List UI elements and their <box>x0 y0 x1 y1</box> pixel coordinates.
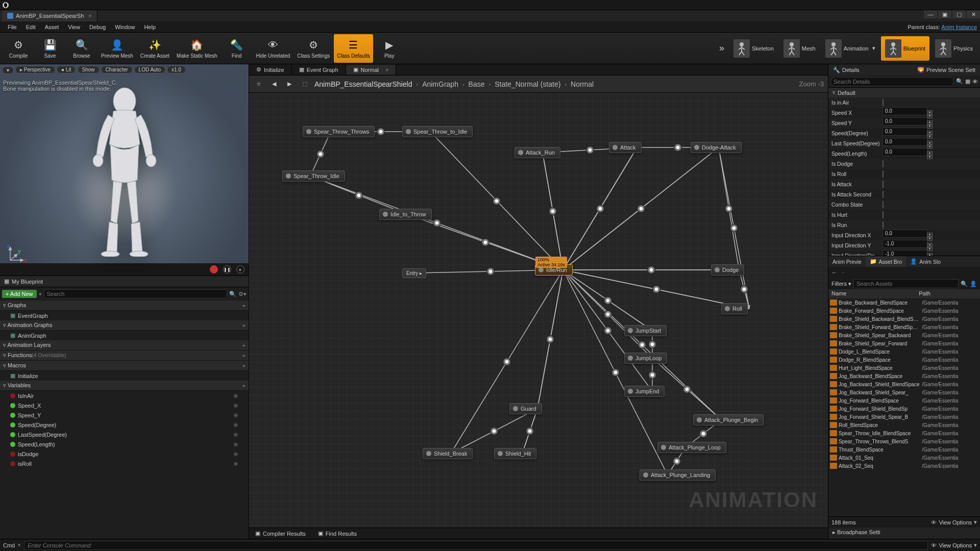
add-icon[interactable]: + <box>242 342 246 348</box>
transition-rule-icon[interactable] <box>355 191 363 199</box>
spin-up-icon[interactable]: ▴ <box>927 141 933 145</box>
transition-rule-icon[interactable] <box>699 430 707 438</box>
visibility-icon[interactable]: ◉ <box>233 421 238 428</box>
asset-search[interactable] <box>853 279 959 288</box>
menu-asset[interactable]: Asset <box>40 23 64 31</box>
visibility-icon[interactable]: ◉ <box>233 431 238 438</box>
checkbox[interactable] <box>883 99 884 106</box>
state-attack_plunge_loop[interactable]: Attack_Plunge_Loop <box>657 442 726 453</box>
add-new-button[interactable]: + Add New <box>2 290 37 298</box>
state-idle_run[interactable]: 100%Active 34.19sIdle/Run <box>535 264 573 276</box>
nav-fwd-button[interactable]: ▶ <box>284 79 295 90</box>
transition-rule-icon[interactable] <box>730 224 738 232</box>
classdefaults-button[interactable]: ☰Class Defaults <box>334 34 373 63</box>
broadphase-section[interactable]: ▸ Broadphase Setti <box>828 528 980 539</box>
bottom-tab-findresults[interactable]: ▣Find Results <box>312 529 363 538</box>
asset-row[interactable]: Brake_Shield_Spear_Forward/Game/Essentia <box>828 339 980 347</box>
view-options-button[interactable]: 👁 View Options ▾ <box>931 542 977 548</box>
asset-row[interactable]: Thrust_BlendSpace/Game/Essentia <box>828 445 980 454</box>
mode-blueprint[interactable]: Blueprint <box>881 36 929 61</box>
bp-item-speed_y[interactable]: Speed_Y◉ <box>0 410 249 420</box>
transition-rule-icon[interactable] <box>638 341 646 349</box>
viewport-menu-icon[interactable]: ▾ <box>2 66 14 74</box>
record-button[interactable] <box>210 265 218 273</box>
bp-section-graphs[interactable]: ▿ Graphs+ <box>0 300 249 311</box>
transition-rule-icon[interactable] <box>683 385 691 393</box>
transition-rule-icon[interactable] <box>490 427 498 435</box>
window-max-button[interactable]: ▢ <box>952 10 966 18</box>
state-spear_throw_throws[interactable]: Spear_Throw_Throws <box>303 126 375 137</box>
asset-row[interactable]: Brake_Shield_Forward_BlendSpace/Game/Ess… <box>828 323 980 331</box>
spin-up-icon[interactable]: ▴ <box>927 243 933 247</box>
spin-up-icon[interactable]: ▴ <box>927 131 933 135</box>
transition-rule-icon[interactable] <box>604 327 612 335</box>
filters-button[interactable]: Filters ▾ <box>831 281 851 287</box>
transition-rule-icon[interactable] <box>740 285 748 293</box>
myblueprint-tab[interactable]: ▦ My Blueprint <box>0 276 249 287</box>
asset-tab-1[interactable]: 📁Asset Bro <box>866 256 906 267</box>
createasset-button[interactable]: ✨Create Asset <box>137 34 173 63</box>
graph-tab-eventgraph[interactable]: ▦Event Graph <box>292 65 346 74</box>
asset-row[interactable]: Attack_01_Seq/Game/Essentia <box>828 454 980 462</box>
entry-node[interactable]: Entry ▸ <box>402 268 426 278</box>
details-tab[interactable]: 🔧Details <box>828 65 864 75</box>
transition-rule-icon[interactable] <box>377 128 385 136</box>
window-restore-button[interactable]: ▣ <box>938 10 951 18</box>
window-min-button[interactable]: — <box>924 10 937 18</box>
asset-row[interactable]: Brake_Shield_Spear_Backward/Game/Essenti… <box>828 331 980 339</box>
bp-item-animgraph[interactable]: ▦AnimGraph <box>0 331 249 340</box>
bp-item-eventgraph[interactable]: ▦EventGraph <box>0 311 249 320</box>
transition-rule-icon[interactable] <box>652 285 660 293</box>
menu-debug[interactable]: Debug <box>85 23 110 31</box>
bp-item-lastspeed(degree)[interactable]: LastSpeed(Degree)◉ <box>0 430 249 439</box>
checkbox[interactable] <box>883 181 884 188</box>
user-icon[interactable]: 👤 <box>970 281 977 287</box>
bp-item-isinair[interactable]: IsInAir◉ <box>0 391 249 400</box>
breadcrumb-root[interactable]: AnimBP_EssentialSpearShield <box>314 80 412 88</box>
add-icon[interactable]: + <box>242 303 246 309</box>
transition-rule-icon[interactable] <box>648 340 656 348</box>
console-input[interactable] <box>24 541 928 550</box>
settings-icon[interactable]: ⚙▾ <box>238 291 247 297</box>
vp-character[interactable]: Character <box>101 66 133 73</box>
add-icon[interactable]: + <box>242 322 246 329</box>
transition-rule-icon[interactable] <box>674 143 682 152</box>
vp-perspective[interactable]: ▸ Perspective <box>15 66 55 73</box>
vp-x10[interactable]: x1.0 <box>167 66 186 73</box>
asset-row[interactable]: Attack_02_Seq/Game/Essentia <box>828 462 980 470</box>
myblueprint-search[interactable] <box>44 289 227 298</box>
graph-root-icon[interactable]: ⬚ <box>299 79 310 90</box>
overflow-icon[interactable]: » <box>715 43 728 54</box>
asset-row[interactable]: Hurt_Light_BlendSpace/Game/Essentia <box>828 364 980 372</box>
checkbox[interactable] <box>883 201 884 208</box>
asset-row[interactable]: Roll_BlendSpace/Game/Essentia <box>828 421 980 429</box>
classsettings-button[interactable]: ⚙Class Settings <box>294 34 333 63</box>
checkbox[interactable] <box>883 211 884 218</box>
add-icon[interactable]: + <box>242 383 246 389</box>
visibility-icon[interactable]: ◉ <box>233 392 238 399</box>
play-button[interactable]: ▶Play <box>374 34 405 63</box>
graph-tab-normal[interactable]: ▣Normal × <box>346 65 397 74</box>
menu-edit[interactable]: Edit <box>21 23 40 31</box>
vp-show[interactable]: Show <box>78 66 100 73</box>
asset-row[interactable]: Brake_Shield_Backward_BlendSpace/Game/Es… <box>828 315 980 323</box>
col-name[interactable]: Name <box>828 289 916 298</box>
browse-button[interactable]: 🔍Browse <box>66 34 97 63</box>
vp-lit[interactable]: ● Lit <box>57 66 76 73</box>
spin-up-icon[interactable]: ▴ <box>927 110 933 114</box>
number-input[interactable] <box>883 148 927 156</box>
viewport[interactable]: ▾ ▸ Perspective ● Lit Show Character LOD… <box>0 64 249 276</box>
number-input[interactable] <box>883 250 927 256</box>
find-button[interactable]: 🔦Find <box>222 34 252 63</box>
state-guard[interactable]: Guard <box>509 403 542 414</box>
state-shield_break[interactable]: Shield_Break <box>423 448 473 459</box>
search-icon[interactable]: 🔍 <box>956 78 963 85</box>
number-input[interactable] <box>883 128 927 136</box>
number-input[interactable] <box>883 138 927 146</box>
details-section-default[interactable]: ▿ Default <box>828 88 980 97</box>
bp-section-variables[interactable]: ▿ Variables+ <box>0 381 249 391</box>
state-jumploop[interactable]: JumpLoop <box>624 353 667 364</box>
number-input[interactable] <box>883 240 927 248</box>
asset-row[interactable]: Jog_Forward_Shield_BlendSp/Game/Essentia <box>828 405 980 413</box>
mode-mesh[interactable]: Mesh <box>779 36 820 61</box>
